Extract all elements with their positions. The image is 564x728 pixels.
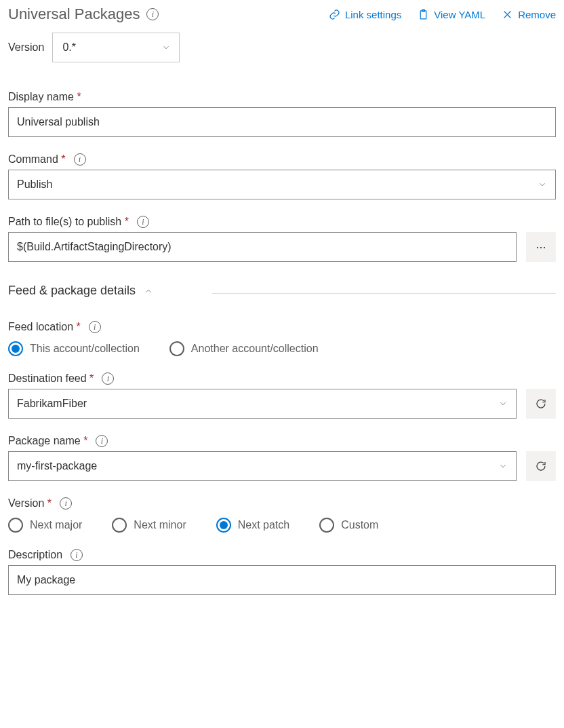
link-settings-button[interactable]: Link settings [329, 9, 401, 20]
feed-location-radio-another[interactable]: Another account/collection [169, 341, 319, 356]
refresh-icon [535, 460, 547, 472]
pkg-version-label: Version * i [8, 497, 556, 510]
path-label: Path to file(s) to publish * i [8, 216, 556, 228]
info-icon[interactable]: i [89, 321, 101, 333]
version-label: Version [8, 41, 44, 54]
description-input[interactable] [8, 565, 556, 595]
radio-icon [319, 518, 334, 533]
chevron-up-icon [144, 286, 153, 296]
info-icon[interactable]: i [70, 549, 83, 561]
info-icon[interactable]: i [137, 216, 149, 228]
radio-icon [8, 518, 23, 533]
display-name-input[interactable] [8, 107, 556, 137]
info-icon[interactable]: i [60, 497, 72, 510]
display-name-label: Display name * [8, 91, 556, 103]
divider [212, 293, 556, 294]
task-header: Universal Packages i Link settings View … [8, 5, 556, 23]
version-radio-major[interactable]: Next major [8, 518, 82, 533]
radio-icon [169, 341, 184, 356]
task-title: Universal Packages [8, 5, 140, 23]
more-icon: ··· [536, 240, 546, 254]
info-icon[interactable]: i [74, 153, 86, 166]
package-name-label: Package name * i [8, 435, 556, 447]
section-header-feed-details[interactable]: Feed & package details [8, 284, 556, 303]
command-dropdown[interactable]: Publish [8, 170, 556, 199]
chevron-down-icon [538, 180, 547, 189]
info-icon[interactable]: i [146, 8, 159, 20]
description-label: Description i [8, 549, 556, 561]
destination-feed-dropdown[interactable]: FabrikamFiber [8, 389, 517, 419]
link-icon [329, 9, 340, 20]
view-yaml-button[interactable]: View YAML [418, 9, 485, 20]
browse-button[interactable]: ··· [526, 232, 556, 262]
info-icon[interactable]: i [96, 435, 108, 447]
version-radio-minor[interactable]: Next minor [112, 518, 186, 533]
destination-feed-value: FabrikamFiber [17, 398, 87, 410]
chevron-down-icon [498, 461, 508, 471]
version-dropdown[interactable]: 0.* [52, 33, 180, 62]
clipboard-icon [418, 9, 429, 20]
feed-location-radio-this[interactable]: This account/collection [8, 341, 140, 356]
radio-icon [8, 341, 23, 356]
refresh-icon [535, 398, 547, 410]
radio-icon [216, 518, 231, 533]
close-icon [502, 9, 513, 20]
remove-button[interactable]: Remove [502, 9, 556, 20]
chevron-down-icon [498, 399, 508, 408]
version-radio-patch[interactable]: Next patch [216, 518, 289, 533]
section-title: Feed & package details [8, 284, 136, 298]
refresh-package-name-button[interactable] [526, 451, 556, 481]
feed-location-label: Feed location * i [8, 321, 556, 333]
command-value: Publish [17, 178, 52, 191]
version-radio-custom[interactable]: Custom [319, 518, 378, 533]
path-input[interactable] [8, 232, 517, 262]
package-name-value: my-first-package [17, 460, 97, 472]
info-icon[interactable]: i [102, 372, 114, 385]
header-actions: Link settings View YAML Remove [329, 9, 556, 20]
chevron-down-icon [161, 43, 171, 52]
radio-icon [112, 518, 127, 533]
link-settings-label: Link settings [345, 9, 401, 20]
command-label: Command * i [8, 153, 556, 166]
package-name-dropdown[interactable]: my-first-package [8, 451, 517, 481]
version-value: 0.* [62, 41, 76, 54]
destination-feed-label: Destination feed * i [8, 372, 556, 385]
view-yaml-label: View YAML [434, 9, 485, 20]
remove-label: Remove [518, 9, 556, 20]
refresh-destination-feed-button[interactable] [526, 389, 556, 419]
